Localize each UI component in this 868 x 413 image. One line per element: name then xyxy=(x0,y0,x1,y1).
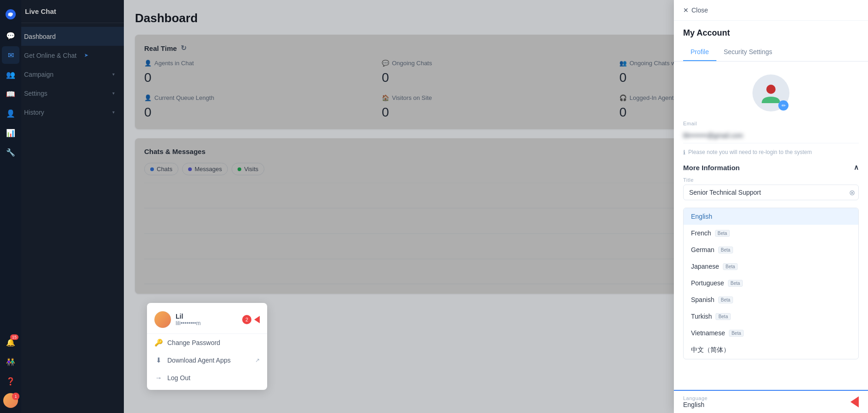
visits-dot xyxy=(238,167,241,171)
title-label: Title xyxy=(683,177,859,183)
chats-messages-title: Chats & Messages xyxy=(144,148,206,155)
strip-person-icon[interactable]: 👤 xyxy=(2,105,19,122)
panel-title: My Account xyxy=(674,21,868,38)
logout-icon: → xyxy=(154,374,163,382)
lang-option-chinese[interactable]: 中文（简体） xyxy=(684,341,858,359)
panel-body: ✏ Email lili••••••••@gmail.com ℹ Please … xyxy=(674,62,868,390)
strip-tools-icon[interactable]: 🔧 xyxy=(2,143,19,161)
right-panel: ✕ Close My Account Profile Security Sett… xyxy=(674,0,868,413)
avatar-wrapper: ✏ xyxy=(752,74,789,111)
title-input[interactable] xyxy=(683,185,859,200)
download-icon: ⬇ xyxy=(154,356,163,364)
send-icon: ➤ xyxy=(84,52,88,58)
lang-options-list: English French Beta German Beta Japanese… xyxy=(683,208,859,359)
queue-value: 0 xyxy=(144,105,373,120)
change-password-label: Change Password xyxy=(167,339,220,346)
refresh-icon[interactable]: ↻ xyxy=(181,44,187,52)
popup-user-email: lili••••••••m xyxy=(176,320,201,327)
lang-option-french[interactable]: French Beta xyxy=(684,225,858,241)
email-label: Email xyxy=(683,121,859,126)
close-panel-button[interactable]: ✕ Close xyxy=(674,0,868,21)
strip-team-icon[interactable]: 👫 xyxy=(2,353,19,370)
user-avatar-strip[interactable]: 1 xyxy=(2,392,19,409)
change-password-item[interactable]: 🔑 Change Password xyxy=(147,334,267,351)
chevron-up-icon: ∧ xyxy=(854,163,859,172)
logged-in-icon: 🎧 xyxy=(619,94,627,101)
key-icon: 🔑 xyxy=(154,339,163,347)
popup-user-info: Lil lili••••••••m 2 xyxy=(147,307,267,334)
strip-inbox-icon[interactable]: ✉ xyxy=(2,46,19,64)
avatar-section: ✏ xyxy=(683,74,859,111)
popup-badge: 2 xyxy=(242,315,251,324)
close-icon: ✕ xyxy=(683,6,689,14)
lang-option-english[interactable]: English xyxy=(684,208,858,225)
download-apps-label: Download Agent Apps xyxy=(167,357,231,364)
email-blurred: lili••••••••@gmail.com xyxy=(683,132,743,139)
more-info-title: More Information xyxy=(683,164,740,172)
metric-queue-length: 👤 Current Queue Length 0 xyxy=(144,94,373,120)
popup-avatar xyxy=(154,311,171,328)
user-badge: 1 xyxy=(12,393,19,400)
filter-chats[interactable]: Chats xyxy=(144,163,178,175)
lang-option-turkish[interactable]: Turkish Beta xyxy=(684,308,858,325)
metric-visitors: 🏠 Visitors on Site 0 xyxy=(382,94,610,120)
logout-label: Log Out xyxy=(167,374,190,382)
lang-option-portuguese[interactable]: Portuguese Beta xyxy=(684,275,858,291)
info-icon: ℹ xyxy=(683,149,685,156)
sidebar-item-label: Campaign xyxy=(24,71,54,78)
logout-item[interactable]: → Log Out xyxy=(147,369,267,386)
chevron-down-icon: ▾ xyxy=(112,72,115,77)
strip-book-icon[interactable]: 📖 xyxy=(2,85,19,103)
realtime-title: Real Time xyxy=(144,44,177,52)
lang-arrow-icon xyxy=(850,396,859,407)
email-field-container: Email lili••••••••@gmail.com ℹ Please no… xyxy=(683,121,859,156)
strip-notification-icon[interactable]: 🔔 15 xyxy=(2,333,19,351)
clear-title-icon[interactable]: ⊗ xyxy=(849,188,855,197)
ongoing-chats-agents-icon: 👥 xyxy=(619,60,627,67)
popup-menu: Lil lili••••••••m 2 🔑 Change Password ⬇ … xyxy=(147,303,267,390)
strip-logo xyxy=(1,4,20,25)
title-input-row: ⊗ xyxy=(683,185,859,200)
sidebar: Live Chat ⊞ Dashboard ✉ Get Online & Cha… xyxy=(0,0,124,413)
language-current-value: English xyxy=(683,401,708,408)
tab-profile[interactable]: Profile xyxy=(683,43,716,61)
strip-chat-icon[interactable]: 💬 xyxy=(2,27,19,44)
ongoing-chats-value: 0 xyxy=(382,70,610,85)
tab-security-settings[interactable]: Security Settings xyxy=(716,43,780,61)
agents-in-chat-icon: 👤 xyxy=(144,60,152,67)
icon-strip: 💬 ✉ 👥 📖 👤 📊 🔧 🔔 15 👫 ❓ 1 xyxy=(0,0,21,413)
filter-visits[interactable]: Visits xyxy=(232,163,264,175)
language-dropdown-open: English French Beta German Beta Japanese… xyxy=(683,208,859,359)
lang-option-spanish[interactable]: Spanish Beta xyxy=(684,291,858,308)
title-field-container: Title ⊗ xyxy=(683,177,859,200)
email-value: lili••••••••@gmail.com xyxy=(683,128,859,143)
strip-contacts-icon[interactable]: 👥 xyxy=(2,66,19,83)
ongoing-chats-icon: 💬 xyxy=(382,60,389,67)
agents-in-chat-value: 0 xyxy=(144,70,373,85)
sidebar-item-label: Dashboard xyxy=(24,33,56,40)
lang-option-vietnamese[interactable]: Vietnamese Beta xyxy=(684,325,858,341)
download-apps-item[interactable]: ⬇ Download Agent Apps ↗ xyxy=(147,351,267,369)
strip-help-icon[interactable]: ❓ xyxy=(2,372,19,390)
chevron-down-icon: ▾ xyxy=(112,91,115,96)
sidebar-item-label: Get Online & Chat xyxy=(24,52,77,59)
strip-chart-icon[interactable]: 📊 xyxy=(2,124,19,142)
visitors-value: 0 xyxy=(382,105,610,120)
filter-messages[interactable]: Messages xyxy=(182,163,228,175)
lang-option-japanese[interactable]: Japanese Beta xyxy=(684,258,858,275)
chats-dot xyxy=(150,167,154,171)
sidebar-item-label: History xyxy=(24,109,44,116)
sidebar-item-label: Settings xyxy=(24,90,48,97)
panel-tabs: Profile Security Settings xyxy=(674,43,868,62)
email-note: ℹ Please note you will need to re-login … xyxy=(683,149,859,156)
svg-point-12 xyxy=(766,85,776,94)
lang-option-german[interactable]: German Beta xyxy=(684,241,858,258)
language-bottom-row: Language English xyxy=(674,390,868,413)
language-bottom-label: Language xyxy=(683,395,708,401)
avatar-edit-button[interactable]: ✏ xyxy=(778,100,789,111)
metric-ongoing-chats: 💬 Ongoing Chats 0 xyxy=(382,60,610,85)
visitors-icon: 🏠 xyxy=(382,94,389,101)
notification-badge: 15 xyxy=(10,334,18,340)
messages-dot xyxy=(188,167,192,171)
arrow-left-icon xyxy=(254,316,260,323)
